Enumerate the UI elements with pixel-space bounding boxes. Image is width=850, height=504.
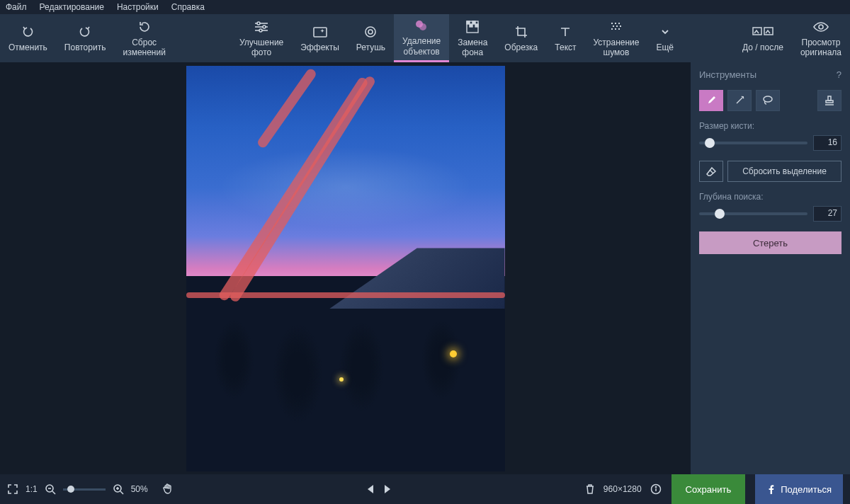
effects-label: Эффекты	[300, 42, 339, 52]
redo-button[interactable]: Повторить	[56, 14, 115, 62]
wand-icon	[734, 95, 745, 106]
delete-button[interactable]	[585, 483, 595, 495]
brush-stroke	[186, 292, 505, 298]
effects-icon	[312, 24, 328, 40]
more-button[interactable]: Ещё	[647, 14, 682, 62]
stamp-tool[interactable]	[817, 90, 842, 111]
menu-settings[interactable]: Настройки	[117, 2, 159, 12]
magic-wand-tool[interactable]	[727, 90, 752, 111]
zoom-in-button[interactable]	[113, 483, 124, 495]
brush-size-value[interactable]: 16	[813, 135, 842, 151]
lasso-icon	[761, 95, 774, 106]
panel-title: Инструменты	[699, 69, 756, 80]
denoise-button[interactable]: Устранение шумов	[585, 14, 648, 62]
search-depth-slider[interactable]	[699, 212, 808, 215]
svg-line-32	[710, 170, 713, 173]
zoom-slider[interactable]	[63, 488, 106, 491]
reset-icon	[137, 19, 152, 35]
text-button[interactable]: Текст	[546, 14, 584, 62]
svg-point-7	[366, 27, 375, 37]
next-button[interactable]	[383, 484, 392, 494]
text-icon	[558, 24, 572, 40]
svg-point-27	[819, 25, 823, 29]
undo-button[interactable]: Отменить	[0, 14, 56, 62]
retouch-button[interactable]: Ретушь	[348, 14, 394, 62]
svg-rect-29	[828, 96, 831, 101]
enhance-label: Улучшение фото	[239, 38, 283, 58]
brush-size-label: Размер кисти:	[699, 121, 842, 131]
menu-bar: Файл Редактирование Настройки Справка	[0, 0, 850, 14]
svg-rect-22	[611, 28, 613, 30]
help-icon[interactable]: ?	[837, 69, 842, 80]
fullscreen-button[interactable]	[7, 483, 18, 495]
eye-icon	[813, 19, 829, 35]
view-original-button[interactable]: Просмотр оригинала	[792, 14, 850, 62]
crop-icon	[514, 24, 528, 40]
undo-label: Отменить	[8, 42, 47, 52]
svg-point-3	[257, 22, 260, 25]
retouch-label: Ретушь	[356, 42, 385, 52]
svg-rect-23	[615, 28, 616, 30]
actual-size-button[interactable]: 1:1	[26, 484, 38, 494]
menu-help[interactable]: Справка	[171, 2, 205, 12]
effects-button[interactable]: Эффекты	[292, 14, 348, 62]
info-button[interactable]	[650, 483, 662, 495]
svg-rect-18	[618, 23, 620, 24]
brush-size-slider[interactable]	[699, 142, 808, 144]
svg-rect-21	[620, 25, 621, 27]
hand-tool-button[interactable]	[162, 483, 174, 496]
brush-tool[interactable]	[699, 90, 723, 111]
erase-button[interactable]: Стереть	[699, 231, 842, 254]
prev-button[interactable]	[366, 484, 375, 494]
svg-rect-16	[611, 23, 613, 24]
enhance-button[interactable]: Улучшение фото	[231, 14, 292, 62]
image-canvas[interactable]	[186, 66, 505, 471]
svg-rect-17	[615, 23, 616, 24]
svg-point-28	[764, 96, 772, 102]
svg-line-37	[120, 491, 123, 494]
menu-edit[interactable]: Редактирование	[40, 2, 104, 12]
zoom-out-button[interactable]	[45, 483, 56, 495]
facebook-icon	[766, 484, 776, 494]
bg-removal-button[interactable]: Замена фона	[449, 14, 496, 62]
crop-button[interactable]: Обрезка	[496, 14, 546, 62]
svg-rect-15	[475, 24, 478, 27]
sliders-icon	[254, 19, 269, 35]
eraser-button[interactable]	[699, 161, 723, 182]
svg-rect-24	[618, 28, 620, 30]
view-original-label: Просмотр оригинала	[800, 38, 842, 58]
object-removal-button[interactable]: Удаление объектов	[394, 14, 449, 62]
zoom-percent: 50%	[131, 484, 148, 494]
image-dimensions: 960×1280	[604, 484, 642, 494]
share-button[interactable]: Поделиться	[755, 474, 843, 504]
bg-removal-icon	[465, 19, 480, 35]
reset-selection-button[interactable]: Сбросить выделение	[727, 161, 842, 182]
lasso-tool[interactable]	[756, 90, 780, 111]
svg-point-4	[263, 25, 266, 28]
before-after-label: До / после	[742, 42, 783, 52]
text-label: Текст	[555, 42, 576, 52]
eraser-icon	[706, 166, 717, 176]
brush-icon	[706, 95, 717, 106]
svg-rect-19	[613, 25, 614, 27]
before-after-icon	[752, 24, 774, 40]
retouch-icon	[363, 24, 378, 40]
redo-icon	[78, 24, 92, 40]
menu-file[interactable]: Файл	[6, 2, 27, 12]
canvas-area[interactable]	[0, 62, 691, 474]
search-depth-label: Глубина поиска:	[699, 192, 842, 202]
svg-point-8	[368, 30, 373, 34]
before-after-button[interactable]: До / после	[734, 14, 792, 62]
save-button[interactable]: Сохранить	[672, 474, 746, 504]
reset-button[interactable]: Сброс изменений	[114, 14, 174, 62]
svg-point-42	[655, 486, 656, 487]
chevron-down-icon	[659, 24, 671, 40]
object-removal-label: Удаление объектов	[402, 36, 441, 57]
svg-point-5	[259, 29, 262, 32]
search-depth-value[interactable]: 27	[813, 206, 842, 222]
svg-line-34	[52, 491, 55, 494]
svg-point-10	[419, 23, 426, 30]
redo-label: Повторить	[64, 42, 106, 52]
status-bar: 1:1 50% 960×1280 Сохранить Поделиться	[0, 474, 850, 504]
reset-label: Сброс изменений	[123, 38, 165, 58]
